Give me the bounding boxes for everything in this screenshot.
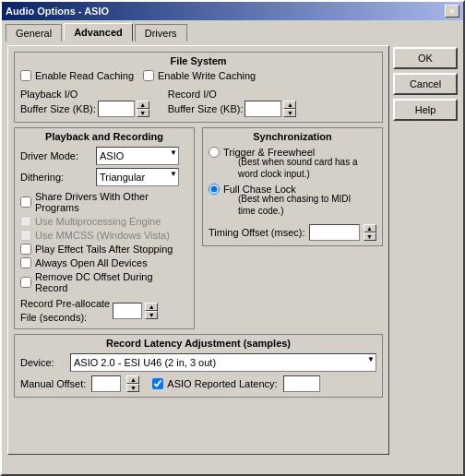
record-latency-header: Record Latency Adjustment (samples) [20,338,376,349]
record-buffer-spinner: ▲ ▼ [283,101,296,117]
play-effect-checkbox[interactable] [20,244,31,255]
playback-recording-section: Playback and Recording Driver Mode: ASIO [14,127,195,329]
multiprocessing-checkbox[interactable] [20,216,31,227]
preallocate-up-btn[interactable]: ▲ [145,303,158,311]
playback-buffer-spinner: ▲ ▼ [137,101,149,117]
manual-up-btn[interactable]: ▲ [126,375,139,384]
ok-button[interactable]: OK [393,47,458,69]
tab-advanced[interactable]: Advanced [64,23,133,42]
timing-offset-row: Timing Offset (msec): 0.000 ▲ ▼ [209,224,376,241]
device-dropdown[interactable]: ASIO 2.0 - ESI U46 (2 in, 3 out) [70,353,376,372]
share-drivers-checkbox[interactable] [20,196,31,208]
trigger-freewheel-radio[interactable] [209,147,220,158]
device-row: Device: ASIO 2.0 - ESI U46 (2 in, 3 out) [20,353,376,372]
asio-reported-checkbox[interactable] [152,378,163,389]
enable-write-caching-checkbox[interactable] [143,70,154,81]
record-latency-section: Record Latency Adjustment (samples) Devi… [14,334,383,398]
dithering-row: Dithering: Triangular [20,168,188,186]
always-open-row: Always Open All Devices [20,257,188,268]
close-button[interactable]: × [445,5,459,18]
main-window: Audio Options - ASIO × General Advanced … [0,0,465,476]
playback-recording-header: Playback and Recording [20,131,188,142]
file-system-header: File System [20,55,376,66]
record-buffer-group: Record I/O Buffer Size (KB): 256 ▲ ▼ [168,88,297,117]
driver-mode-dropdown[interactable]: ASIO [96,147,179,165]
synchronization-header: Synchronization [209,131,376,142]
remove-dc-checkbox[interactable] [20,277,31,288]
full-chase-lock-row: Full Chase Lock (Best when chasing to MI… [209,184,376,217]
timing-offset-input[interactable]: 0.000 [309,224,360,241]
enable-read-caching-row: Enable Read Caching [20,70,134,81]
title-bar-buttons: × [445,5,459,18]
always-open-checkbox[interactable] [20,257,31,268]
record-preallocate-spinner: ▲ ▼ [145,303,158,319]
trigger-freewheel-row: Trigger & Freewheel (Best when sound car… [209,147,376,180]
playback-up-btn[interactable]: ▲ [137,101,149,109]
remove-dc-row: Remove DC Offset During Record [20,271,188,293]
help-button[interactable]: Help [393,99,458,121]
main-area: File System Enable Read Caching Enable W… [2,42,463,458]
manual-offset-row: Manual Offset: 0 ▲ ▼ ASIO Reported Laten… [20,375,376,392]
playback-buffer-group: Playback I/O Buffer Size (KB): 256 ▲ ▼ [20,88,149,117]
title-bar: Audio Options - ASIO × [2,2,463,20]
mmcss-row: Use MMCSS (Windows Vista) [20,230,188,241]
content-panel: File System Enable Read Caching Enable W… [7,45,389,455]
tab-drivers[interactable]: Drivers [135,24,187,42]
manual-offset-input[interactable]: 0 [91,375,121,392]
file-system-section: File System Enable Read Caching Enable W… [14,52,383,123]
enable-read-caching-checkbox[interactable] [20,70,31,81]
share-drivers-row: Share Drivers With Other Programs [20,191,188,213]
manual-down-btn[interactable]: ▼ [126,384,139,392]
playback-buffer-input[interactable]: 256 [98,101,135,117]
cancel-button[interactable]: Cancel [393,73,458,95]
tab-general[interactable]: General [6,24,62,42]
driver-mode-row: Driver Mode: ASIO [20,147,188,165]
timing-down-btn[interactable]: ▼ [364,232,376,241]
dithering-dropdown[interactable]: Triangular [96,168,179,186]
action-buttons: OK Cancel Help [393,45,458,455]
full-chase-lock-radio[interactable] [209,184,220,195]
tab-bar: General Advanced Drivers [2,20,463,42]
asio-reported-value-input[interactable]: 512 [283,375,320,392]
file-system-checkboxes: Enable Read Caching Enable Write Caching [20,70,376,84]
manual-offset-spinner: ▲ ▼ [126,375,139,392]
synchronization-section: Synchronization Trigger & Freewheel (Bes… [202,127,383,329]
playback-down-btn[interactable]: ▼ [137,109,149,117]
timing-offset-spinner: ▲ ▼ [364,224,376,241]
multiprocessing-row: Use Multiprocessing Engine [20,216,188,227]
record-preallocate-input[interactable]: 0 [113,303,142,319]
record-preallocate-row: Record Pre-allocate File (seconds): 0 ▲ … [20,297,188,324]
timing-up-btn[interactable]: ▲ [364,224,376,232]
record-buffer-input[interactable]: 256 [244,101,281,117]
asio-reported-row: ASIO Reported Latency: [152,378,277,389]
record-down-btn[interactable]: ▼ [283,109,296,117]
preallocate-down-btn[interactable]: ▼ [145,311,158,319]
buffer-sizes: Playback I/O Buffer Size (KB): 256 ▲ ▼ [20,88,376,117]
bottom-section: Playback and Recording Driver Mode: ASIO [14,127,383,329]
enable-write-caching-row: Enable Write Caching [143,70,256,81]
record-up-btn[interactable]: ▲ [283,101,296,109]
play-effect-row: Play Effect Tails After Stopping [20,244,188,255]
title-text: Audio Options - ASIO [6,6,109,17]
mmcss-checkbox[interactable] [20,230,31,241]
